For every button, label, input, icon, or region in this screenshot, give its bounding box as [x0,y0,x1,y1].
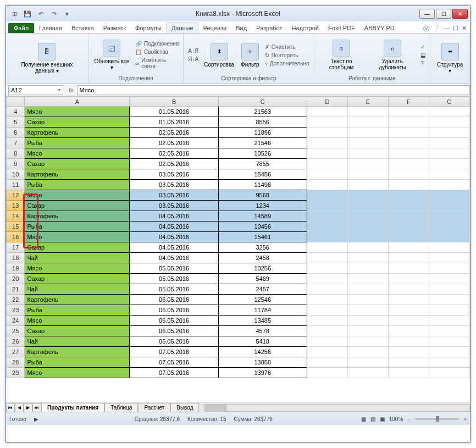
row-header-18[interactable]: 18 [7,253,25,263]
cell[interactable]: 02.05.2016 [130,159,218,169]
cell[interactable] [429,211,469,222]
row-header-5[interactable]: 5 [7,117,25,128]
zoom-in-button[interactable]: + [463,416,467,422]
cell[interactable]: 15461 [218,232,307,242]
tab-addins[interactable]: Надстрой [287,23,323,33]
cell[interactable]: 11896 [218,128,307,138]
cell[interactable]: 2457 [218,284,307,295]
cell[interactable] [429,274,469,284]
cell[interactable] [347,368,388,378]
column-header-C[interactable]: C [218,97,307,107]
tab-developer[interactable]: Разработ [252,23,286,33]
tab-insert[interactable]: Вставка [67,23,98,33]
row-header-17[interactable]: 17 [7,242,25,253]
view-pagebreak-icon[interactable]: ▣ [380,416,385,422]
chevron-down-icon[interactable]: ▾ [58,87,60,92]
cell[interactable]: 13978 [218,368,307,378]
cell[interactable]: 05.05.2016 [130,284,218,295]
formula-input[interactable]: Мясо [77,85,470,95]
row-header-15[interactable]: 15 [7,222,25,232]
cell[interactable] [429,316,469,326]
remove-duplicates-button[interactable]: ⎌ Удалить дубликаты [368,38,418,71]
cell[interactable]: Мясо [25,263,130,274]
cell[interactable]: Мясо [25,368,130,378]
cell[interactable]: Рыба [25,222,130,232]
cell[interactable] [388,274,429,284]
cell[interactable] [429,305,469,316]
sheet-tab[interactable]: Таблица [104,403,138,412]
cell[interactable]: 03.05.2016 [130,180,218,190]
cell[interactable]: 06.05.2016 [130,305,218,316]
cell[interactable]: Сахар [25,201,130,211]
close-button[interactable]: ✕ [452,9,468,19]
tab-home[interactable]: Главная [35,23,67,33]
cell[interactable]: Рыба [25,180,130,190]
row-header-19[interactable]: 19 [7,263,25,274]
cell[interactable] [307,263,347,274]
row-header-13[interactable]: 13 [7,201,25,211]
cell[interactable]: 03.05.2016 [130,201,218,211]
cell[interactable]: 06.05.2016 [130,336,218,347]
cell[interactable]: 5469 [218,274,307,284]
cell[interactable]: Мясо [25,190,130,201]
cell[interactable]: 07.05.2016 [130,357,218,368]
cell[interactable] [388,148,429,159]
cell[interactable] [307,242,347,253]
cell[interactable]: Рыба [25,357,130,368]
cell[interactable] [307,347,347,357]
cell[interactable]: 07.05.2016 [130,347,218,357]
text-to-columns-button[interactable]: ⎅ Текст по столбцам [318,38,366,71]
row-header-8[interactable]: 8 [7,148,25,159]
cell[interactable]: Картофель [25,347,130,357]
cell[interactable]: 02.05.2016 [130,148,218,159]
tab-file[interactable]: Файл [8,23,34,33]
cell[interactable] [347,336,388,347]
cell[interactable] [347,263,388,274]
cell[interactable] [388,201,429,211]
sort-az-button[interactable]: А↓Я [187,47,200,54]
cell[interactable]: Мясо [25,107,130,117]
cell[interactable]: 2458 [218,253,307,263]
cell[interactable]: 12546 [218,295,307,305]
sheet-nav-next[interactable]: ▶ [24,403,32,412]
cell[interactable] [347,242,388,253]
cell[interactable] [388,326,429,336]
cell[interactable]: 04.05.2016 [130,253,218,263]
row-header-29[interactable]: 29 [7,368,25,378]
cell[interactable] [307,180,347,190]
row-header-11[interactable]: 11 [7,180,25,190]
cell[interactable] [429,222,469,232]
cell[interactable] [307,274,347,284]
connections-button[interactable]: 🔗Подключения [134,40,180,47]
cell[interactable]: 07.05.2016 [130,368,218,378]
cell[interactable]: 14589 [218,211,307,222]
cell[interactable] [429,368,469,378]
maximize-button[interactable]: ☐ [436,9,451,19]
cell[interactable]: Чай [25,284,130,295]
cell[interactable]: 06.05.2016 [130,326,218,336]
cell[interactable] [347,190,388,201]
cell[interactable]: 15456 [218,169,307,180]
cell[interactable] [388,128,429,138]
cell[interactable] [307,368,347,378]
row-header-9[interactable]: 9 [7,159,25,169]
cell[interactable] [429,201,469,211]
macro-icon[interactable]: ▶ [34,416,38,422]
minimize-button[interactable]: — [419,9,435,19]
view-normal-icon[interactable]: ▦ [361,416,366,422]
cell[interactable]: Сахар [25,242,130,253]
cell[interactable] [429,159,469,169]
cell[interactable] [388,211,429,222]
cell[interactable] [388,305,429,316]
cell[interactable] [429,347,469,357]
view-pagelayout-icon[interactable]: ▤ [370,416,375,422]
cell[interactable] [347,222,388,232]
cell[interactable] [388,190,429,201]
cell[interactable]: 01.05.2016 [130,107,218,117]
cell[interactable]: Картофель [25,169,130,180]
cell[interactable] [429,117,469,128]
cell[interactable] [388,295,429,305]
row-header-6[interactable]: 6 [7,128,25,138]
cell[interactable]: 13858 [218,357,307,368]
cell[interactable]: Картофель [25,128,130,138]
